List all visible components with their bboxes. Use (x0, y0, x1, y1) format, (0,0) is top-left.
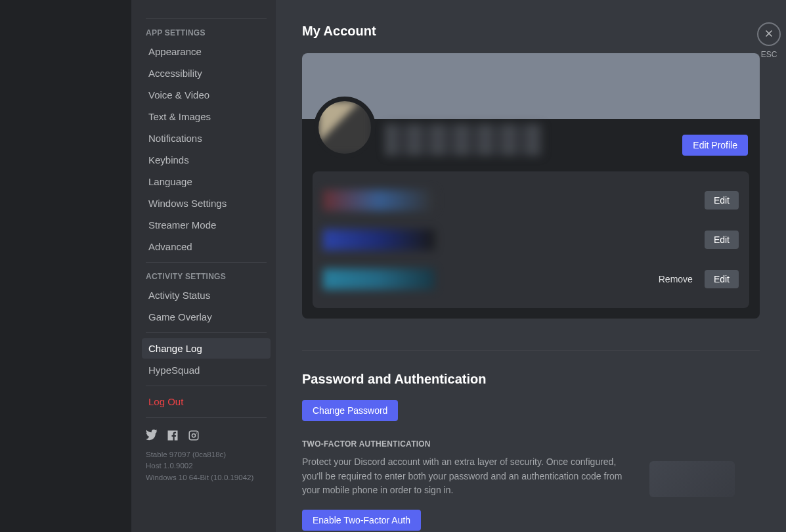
account-fields: Edit Edit Remove Edit (313, 171, 749, 308)
sidebar-item-advanced[interactable]: Advanced (142, 236, 271, 257)
sidebar-item-text-images[interactable]: Text & Images (142, 106, 271, 127)
sidebar-item-hypesquad[interactable]: HypeSquad (142, 360, 271, 380)
build-line-1: Stable 97097 (0ca818c) (146, 449, 267, 460)
sidebar-item-accessibility[interactable]: Accessibility (142, 63, 271, 83)
sidebar-header-app-settings: APP SETTINGS (142, 24, 271, 41)
avatar[interactable] (314, 97, 376, 158)
field-value-redacted (323, 269, 435, 290)
main-content: ESC My Account Edit Profile Edit Edit (276, 0, 786, 532)
page-title: My Account (302, 24, 760, 39)
sidebar-header-activity-settings: ACTIVITY SETTINGS (142, 268, 271, 285)
social-links (142, 423, 271, 449)
remove-phone-link[interactable]: Remove (659, 274, 693, 284)
build-info: Stable 97097 (0ca818c) Host 1.0.9002 Win… (142, 449, 271, 483)
sidebar-item-notifications[interactable]: Notifications (142, 128, 271, 148)
divider (146, 417, 267, 418)
section-title-auth: Password and Authentication (302, 372, 760, 387)
field-value-redacted (323, 229, 435, 250)
field-row-email: Edit (323, 221, 739, 258)
close-settings: ESC (757, 22, 781, 59)
enable-tfa-button[interactable]: Enable Two-Factor Auth (302, 510, 421, 531)
close-esc-label: ESC (761, 50, 777, 59)
sidebar-item-change-log[interactable]: Change Log (142, 338, 271, 359)
close-button[interactable] (757, 22, 781, 46)
account-card: Edit Profile Edit Edit Remove Edit (302, 53, 760, 319)
sidebar-item-keybinds[interactable]: Keybinds (142, 150, 271, 170)
divider (302, 350, 760, 351)
facebook-icon[interactable] (167, 430, 179, 444)
sidebar-item-windows-settings[interactable]: Windows Settings (142, 193, 271, 213)
field-row-username: Edit (323, 182, 739, 219)
edit-username-button[interactable]: Edit (705, 191, 739, 210)
sidebar-item-logout[interactable]: Log Out (142, 391, 271, 412)
sidebar-item-game-overlay[interactable]: Game Overlay (142, 307, 271, 327)
left-gutter (0, 0, 131, 532)
field-row-phone: Remove Edit (323, 261, 739, 298)
tfa-illustration (649, 461, 735, 497)
divider (146, 18, 267, 19)
sidebar-item-voice-video[interactable]: Voice & Video (142, 85, 271, 105)
tfa-description: Protect your Discord account with an ext… (302, 455, 630, 498)
sidebar-item-appearance[interactable]: Appearance (142, 41, 271, 62)
field-value-redacted (323, 190, 435, 211)
edit-phone-button[interactable]: Edit (705, 270, 739, 288)
twitter-icon[interactable] (146, 430, 158, 444)
edit-profile-button[interactable]: Edit Profile (682, 135, 748, 156)
close-icon (764, 28, 774, 41)
divider (146, 262, 267, 263)
profile-header: Edit Profile (302, 119, 760, 171)
divider (146, 332, 267, 333)
username-redacted (385, 124, 542, 156)
build-line-2: Host 1.0.9002 (146, 460, 267, 472)
build-line-3: Windows 10 64-Bit (10.0.19042) (146, 472, 267, 483)
sidebar-item-streamer-mode[interactable]: Streamer Mode (142, 215, 271, 235)
edit-email-button[interactable]: Edit (705, 231, 739, 249)
profile-banner (302, 53, 760, 119)
instagram-icon[interactable] (188, 430, 200, 444)
divider (146, 386, 267, 386)
tfa-subheader: TWO-FACTOR AUTHENTICATION (302, 439, 760, 449)
settings-sidebar: APP SETTINGS Appearance Accessibility Vo… (131, 0, 276, 532)
change-password-button[interactable]: Change Password (302, 400, 398, 421)
sidebar-item-language[interactable]: Language (142, 171, 271, 192)
sidebar-item-activity-status[interactable]: Activity Status (142, 285, 271, 305)
